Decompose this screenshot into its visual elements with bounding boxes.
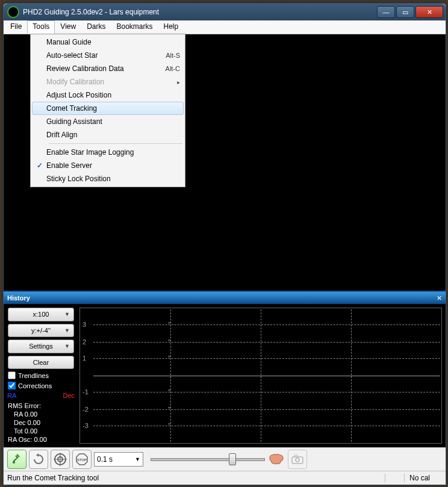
slider-thumb[interactable] xyxy=(229,453,236,465)
loop-button[interactable] xyxy=(29,450,48,469)
maximize-button[interactable]: ▭ xyxy=(396,6,414,18)
y-tick: 3 xyxy=(82,321,86,328)
history-title-label: History xyxy=(7,294,30,302)
corrections-checkbox-row[interactable]: Corrections xyxy=(7,382,75,389)
history-panel: History ✕ x:100▼ y:+/-4''▼ Settings▼ Cle… xyxy=(4,291,446,447)
submenu-arrow-icon: ▸ xyxy=(175,79,180,85)
chevron-down-icon: ▼ xyxy=(64,311,70,317)
corrections-checkbox[interactable] xyxy=(8,382,16,389)
camera-settings-button[interactable] xyxy=(288,450,307,469)
history-titlebar: History ✕ xyxy=(4,292,446,304)
status-cal: No cal xyxy=(404,474,442,482)
menu-auto-select-star[interactable]: Auto-select StarAlt-S xyxy=(32,49,184,62)
trendlines-checkbox-row[interactable]: Trendlines xyxy=(7,371,75,379)
chevron-down-icon: ▼ xyxy=(64,343,70,349)
menu-guiding-assistant[interactable]: Guiding Assistant xyxy=(32,115,184,128)
chevron-down-icon[interactable]: ▼ xyxy=(135,456,140,462)
clear-button[interactable]: Clear xyxy=(8,356,74,370)
dec-label: Dec xyxy=(63,392,75,399)
menu-help[interactable]: Help xyxy=(158,20,184,34)
status-empty-cell xyxy=(385,474,404,482)
menu-bookmarks[interactable]: Bookmarks xyxy=(111,20,158,34)
exposure-value: 0.1 s xyxy=(97,455,113,464)
svg-point-0 xyxy=(13,461,15,464)
menu-view[interactable]: View xyxy=(55,20,81,34)
guide-button[interactable] xyxy=(51,450,70,469)
y-tick: 1 xyxy=(82,355,86,362)
menu-adjust-lock-position[interactable]: Adjust Lock Position xyxy=(32,88,184,102)
rms-stats: RMS Error: RA 0.00 Dec 0.00 Tot 0.00 RA … xyxy=(7,402,75,444)
slider-track xyxy=(151,458,265,461)
svg-text:STOP: STOP xyxy=(77,458,87,462)
menu-enable-star-image-logging[interactable]: Enable Star Image Logging xyxy=(32,146,184,159)
statusbar: Run the Comet Tracking tool No cal xyxy=(4,471,446,485)
settings-dropdown[interactable]: Settings▼ xyxy=(8,340,74,353)
history-graph[interactable]: 3 2 1 -1 -2 -3 '' '' '' '' '' '' xyxy=(79,308,442,444)
menu-manual-guide[interactable]: Manual Guide xyxy=(32,36,184,49)
app-icon xyxy=(7,6,19,18)
check-icon: ✓ xyxy=(33,161,46,170)
history-controls: x:100▼ y:+/-4''▼ Settings▼ Clear Trendli… xyxy=(7,308,75,444)
window-buttons: — ▭ ✕ xyxy=(377,6,443,18)
history-close-icon[interactable]: ✕ xyxy=(437,294,442,302)
tools-dropdown: Manual Guide Auto-select StarAlt-S Revie… xyxy=(30,34,185,187)
target-icon xyxy=(54,453,67,466)
titlebar: PHD2 Guiding 2.5.0dev2 - Lars equipment … xyxy=(4,4,446,20)
toolbar: STOP 0.1 s ▼ xyxy=(4,447,446,471)
loop-icon xyxy=(33,453,45,465)
menu-modify-calibration: Modify Calibration▸ xyxy=(32,75,184,88)
menubar: File Tools View Darks Bookmarks Help Man… xyxy=(4,20,446,34)
close-button[interactable]: ✕ xyxy=(415,6,443,18)
menu-darks[interactable]: Darks xyxy=(81,20,111,34)
menu-enable-server[interactable]: ✓Enable Server xyxy=(32,159,184,172)
x-scale-dropdown[interactable]: x:100▼ xyxy=(8,308,74,321)
y-tick: -2 xyxy=(82,406,89,413)
corrections-label: Corrections xyxy=(18,382,52,389)
menu-file[interactable]: File xyxy=(5,20,27,34)
menu-separator xyxy=(49,143,182,144)
camera-icon xyxy=(291,454,304,465)
menu-drift-align[interactable]: Drift Align xyxy=(32,128,184,141)
trendlines-label: Trendlines xyxy=(18,372,49,379)
status-message: Run the Comet Tracking tool xyxy=(7,474,385,482)
brain-button[interactable] xyxy=(267,450,285,468)
plug-icon xyxy=(11,453,23,465)
minimize-button[interactable]: — xyxy=(377,6,395,18)
app-window: PHD2 Guiding 2.5.0dev2 - Lars equipment … xyxy=(3,3,446,485)
stop-icon: STOP xyxy=(75,453,89,466)
ra-label: RA xyxy=(7,392,16,399)
trendlines-checkbox[interactable] xyxy=(8,371,16,379)
brain-icon xyxy=(269,453,284,466)
stop-button[interactable]: STOP xyxy=(72,450,92,469)
y-tick: -1 xyxy=(82,388,89,395)
connect-equipment-button[interactable] xyxy=(7,450,26,469)
y-scale-dropdown[interactable]: y:+/-4''▼ xyxy=(8,324,74,338)
svg-rect-9 xyxy=(294,455,297,457)
gamma-slider[interactable] xyxy=(151,453,265,465)
menu-comet-tracking[interactable]: Comet Tracking xyxy=(32,102,184,115)
menu-tools[interactable]: Tools xyxy=(27,20,55,34)
ra-dec-legend: RA Dec xyxy=(6,392,76,399)
window-title: PHD2 Guiding 2.5.0dev2 - Lars equipment xyxy=(23,8,377,16)
y-tick: 2 xyxy=(82,338,86,346)
chevron-down-icon: ▼ xyxy=(64,327,70,333)
svg-point-8 xyxy=(296,458,299,462)
menu-review-calibration[interactable]: Review Calibration DataAlt-C xyxy=(32,62,184,75)
menu-sticky-lock-position[interactable]: Sticky Lock Position xyxy=(32,172,184,185)
exposure-combo[interactable]: 0.1 s ▼ xyxy=(94,452,143,467)
y-tick: -3 xyxy=(82,422,89,429)
